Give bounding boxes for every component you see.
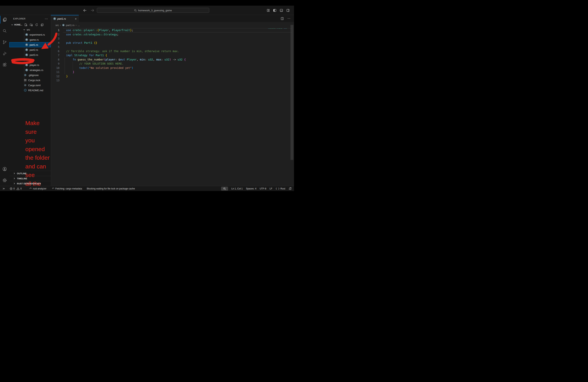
breadcrumb-symbol[interactable]: ... (78, 24, 80, 27)
chevron-down-icon (11, 23, 13, 26)
chevron-right-icon (13, 177, 16, 180)
close-tab-icon[interactable]: × (75, 17, 77, 20)
sidebar-more-icon[interactable]: ⋯ (45, 17, 48, 21)
rust-file-icon: R (53, 17, 56, 20)
eol-sequence[interactable]: LF (270, 187, 272, 190)
braces-icon: { } (275, 187, 279, 190)
chevron-right-icon (13, 182, 16, 185)
indent-guide (64, 58, 65, 74)
zoom-indicator[interactable] (221, 187, 228, 191)
activity-run-debug[interactable] (0, 49, 9, 58)
vertical-scrollbar[interactable] (291, 25, 294, 160)
rust-analyzer-status[interactable]: rust-analyzer (29, 187, 46, 190)
settings-gear-icon[interactable] (2, 178, 7, 183)
panel-outline[interactable]: OUTLINE (9, 171, 51, 176)
tab-label: part1.rs (57, 17, 66, 20)
forward-arrow-icon[interactable] (91, 9, 94, 12)
layout-grid-icon[interactable] (267, 9, 270, 12)
language-mode[interactable]: { } Rust (275, 187, 285, 190)
chevron-right-icon: › (76, 23, 77, 27)
code-line-12: 12} (51, 74, 294, 79)
editor-more-icon[interactable]: ⋯ (287, 17, 291, 20)
back-arrow-icon[interactable] (83, 9, 86, 12)
file-row-.gitignore[interactable]: .gitignore (9, 73, 51, 78)
status-message: Blocking waiting for file lock on packag… (87, 187, 135, 190)
sidebar-panels: OUTLINETIMELINERUST DEPENDENCIES (9, 171, 51, 186)
extensions-icon (2, 63, 7, 67)
toggle-primary-sidebar-icon[interactable] (273, 9, 276, 12)
code-area[interactable]: 1use crate::player::{Player, PlayerTrait… (51, 28, 294, 83)
file-row-part3.rs[interactable]: Rpart3.rs (9, 52, 51, 57)
code-line-11: 11 } (51, 70, 294, 74)
editor-group[interactable]: R part1.rs × ⋯ src › R part1.rs › ... (51, 15, 294, 186)
warning-icon (17, 187, 20, 190)
refresh-icon[interactable] (35, 23, 38, 26)
new-file-icon[interactable] (24, 23, 27, 26)
workspace-section-header[interactable]: HOME... (9, 22, 51, 27)
encoding[interactable]: UTF-8 (260, 187, 266, 190)
cargo-task-status[interactable]: Fetching: cargo metadata: (52, 187, 83, 190)
toggle-secondary-sidebar-icon[interactable] (286, 9, 290, 12)
file-row-Cargo.toml[interactable]: Cargo.toml (9, 83, 51, 88)
breadcrumb[interactable]: src › R part1.rs › ... (51, 22, 294, 28)
file-row-part1.rs[interactable]: Rpart1.rs (9, 42, 51, 47)
file-row-Cargo.lock[interactable]: Cargo.lock (9, 78, 51, 83)
panel-timeline[interactable]: TIMELINE (9, 176, 51, 181)
workspace-name: HOME... (14, 23, 22, 26)
collapse-all-icon[interactable] (41, 23, 43, 26)
folder-row-src[interactable]: src (9, 27, 51, 32)
warning-count: 0 (21, 187, 22, 190)
indent-guide (73, 62, 73, 70)
file-row-game.rs[interactable]: Rgame.rs (9, 37, 51, 42)
code-line-5: 5 (51, 45, 294, 49)
zoom-in-icon (223, 187, 226, 190)
file-row-player.rs[interactable]: Rplayer.rs (9, 63, 51, 67)
code-line-8: 8 fn guess_the_number(player: &mut Playe… (51, 58, 294, 62)
title-bar: homework_3_guessing_game (0, 6, 294, 15)
file-row-strategies.rs[interactable]: Rstrategies.rs (9, 67, 51, 73)
sidebar-title: EXPLORER (13, 18, 25, 20)
activity-bar (0, 15, 9, 186)
file-row-part2.rs[interactable]: Rpart2.rs (9, 47, 51, 52)
explorer-sidebar: EXPLORER ⋯ HOME... srcRexperiment.rsRgam… (9, 15, 51, 186)
breadcrumb-file[interactable]: part1.rs (66, 24, 74, 27)
indentation[interactable]: Spaces: 4 (246, 187, 256, 190)
search-icon (134, 9, 137, 12)
rust-file-icon: R (62, 24, 64, 26)
code-line-9: 9 // YOUR SOLUTION GOES HERE. (51, 62, 294, 66)
files-icon (2, 17, 7, 22)
status-bar: 0 0 rust-analyzer Fetching: cargo metada… (0, 186, 294, 191)
spinner-icon (29, 187, 32, 190)
error-count: 0 (13, 187, 15, 190)
split-editor-icon[interactable] (281, 17, 284, 20)
tab-bar: R part1.rs × ⋯ (51, 15, 294, 22)
file-row-hidden-by-scribble[interactable] (9, 57, 51, 63)
activity-search[interactable] (0, 26, 9, 36)
activity-source-control[interactable] (0, 38, 9, 47)
search-icon (2, 29, 7, 33)
remote-indicator-icon[interactable] (2, 187, 5, 190)
code-line-1: 1use crate::player::{Player, PlayerTrait… (51, 28, 294, 32)
activity-files[interactable] (0, 15, 9, 24)
activity-extensions[interactable] (0, 60, 9, 69)
code-line-2: 2use crate::strategies::Strategy; (51, 32, 294, 37)
run-debug-icon (2, 51, 7, 56)
tab-part1[interactable]: R part1.rs × (51, 15, 79, 22)
file-row-experiment.rs[interactable]: Rexperiment.rs (9, 32, 51, 37)
cursor-position[interactable]: Ln 1, Col 1 (231, 187, 243, 190)
problems-indicator[interactable]: 0 0 (10, 187, 21, 190)
bell-notification-icon[interactable] (289, 187, 292, 190)
file-tree: srcRexperiment.rsRgame.rsRpart1.rsRpart2… (9, 27, 51, 93)
minimap[interactable]: use crate::player::{Player, PlayerTrait}… (267, 28, 287, 52)
new-folder-icon[interactable] (30, 23, 33, 26)
command-center-search[interactable]: homework_3_guessing_game (97, 8, 209, 13)
file-row-README.md[interactable]: README.md (9, 88, 51, 93)
breadcrumb-src[interactable]: src (55, 24, 59, 27)
chevron-right-icon (13, 172, 16, 175)
code-line-6: 6// Terrible strategy: ask if the number… (51, 49, 294, 53)
code-line-4: 4pub struct Part1 {} (51, 41, 294, 45)
vscode-window: homework_3_guessing_game (0, 0, 294, 191)
panel-rust-dependencies[interactable]: RUST DEPENDENCIES (9, 181, 51, 186)
toggle-panel-icon[interactable] (280, 9, 283, 12)
account-icon[interactable] (2, 167, 7, 171)
